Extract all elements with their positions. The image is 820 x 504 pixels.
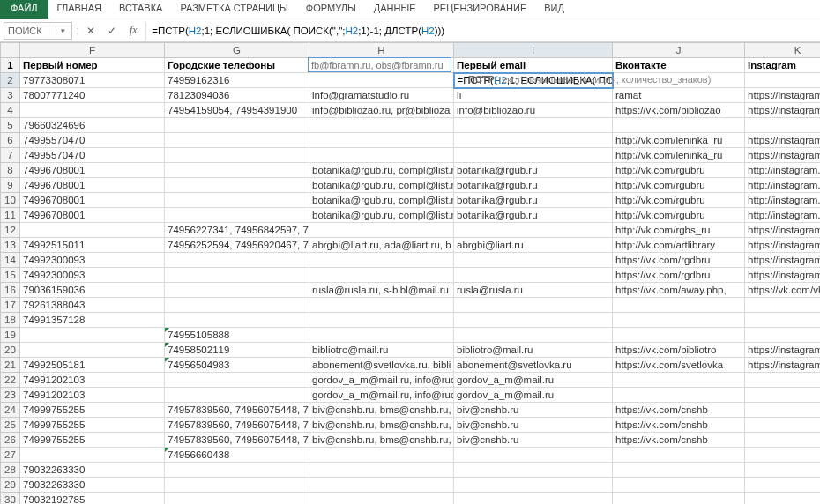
cell-I18[interactable] (454, 313, 613, 328)
cell-J9[interactable]: http://vk.com/rgubru (613, 178, 745, 193)
cell-G24[interactable]: 74957839560, 74956075448, 7495 (165, 403, 309, 418)
cell-H27[interactable] (309, 448, 454, 463)
fx-icon[interactable]: fx (124, 24, 142, 37)
cell-G6[interactable] (165, 133, 309, 148)
cell-H22[interactable]: gordov_a_m@mail.ru, info@ruc (309, 373, 454, 388)
cell-H23[interactable]: gordov_a_m@mail.ru, info@ruc (309, 388, 454, 403)
row-header-20[interactable]: 20 (1, 343, 20, 358)
cell-K14[interactable]: https://instagram.com/ (745, 253, 821, 268)
row-header-14[interactable]: 14 (1, 253, 20, 268)
cell-J15[interactable]: https://vk.com/rgdbru (613, 268, 745, 283)
cell-K27[interactable] (745, 448, 821, 463)
row-header-1[interactable]: 1 (1, 58, 20, 73)
cell-F23[interactable]: 74991202103 (20, 388, 165, 403)
row-header-24[interactable]: 24 (1, 403, 20, 418)
cell-K9[interactable]: http://instagram.com/r (745, 178, 821, 193)
row-header-6[interactable]: 6 (1, 133, 20, 148)
cell-H5[interactable] (309, 118, 454, 133)
cell-K7[interactable]: https://instagram.com/ (745, 148, 821, 163)
tab-data[interactable]: ДАННЫЕ (365, 0, 425, 19)
cell-F18[interactable]: 74991357128 (20, 313, 165, 328)
cell-K22[interactable] (745, 373, 821, 388)
cell-I16[interactable]: rusla@rusla.ru (454, 283, 613, 298)
cell-J17[interactable] (613, 298, 745, 313)
cell-K30[interactable] (745, 493, 821, 505)
col-header-G[interactable]: G (165, 43, 309, 58)
row-header-17[interactable]: 17 (1, 298, 20, 313)
cell-G30[interactable] (165, 493, 309, 505)
name-box-dropdown-icon[interactable]: ▾ (56, 26, 70, 35)
cell-G23[interactable] (165, 388, 309, 403)
cell-G27[interactable]: 74956660438 (165, 448, 309, 463)
cell-J29[interactable] (613, 478, 745, 493)
cell-J22[interactable] (613, 373, 745, 388)
cell-J1[interactable]: Вконтакте (613, 58, 745, 73)
row-header-27[interactable]: 27 (1, 448, 20, 463)
row-header-16[interactable]: 16 (1, 283, 20, 298)
cell-F5[interactable]: 79660324696 (20, 118, 165, 133)
row-header-9[interactable]: 9 (1, 178, 20, 193)
cell-I12[interactable] (454, 223, 613, 238)
col-header-K[interactable]: K (745, 43, 821, 58)
cell-K24[interactable] (745, 403, 821, 418)
cell-F20[interactable] (20, 343, 165, 358)
cell-F12[interactable] (20, 223, 165, 238)
cell-K16[interactable]: https://vk.com/vk1rusla (745, 283, 821, 298)
cell-F27[interactable] (20, 448, 165, 463)
cell-G28[interactable] (165, 463, 309, 478)
cell-G7[interactable] (165, 148, 309, 163)
cell-I27[interactable] (454, 448, 613, 463)
name-box[interactable]: ▾ (4, 22, 72, 40)
confirm-formula-icon[interactable]: ✓ (103, 25, 121, 37)
row-header-13[interactable]: 13 (1, 238, 20, 253)
cell-F26[interactable]: 74999755255 (20, 433, 165, 448)
cell-F25[interactable]: 74999755255 (20, 418, 165, 433)
cell-G16[interactable] (165, 283, 309, 298)
cell-I19[interactable] (454, 328, 613, 343)
cell-K23[interactable] (745, 388, 821, 403)
cell-H29[interactable] (309, 478, 454, 493)
cell-G8[interactable] (165, 163, 309, 178)
cell-H20[interactable]: bibliotro@mail.ru (309, 343, 454, 358)
row-header-4[interactable]: 4 (1, 103, 20, 118)
tab-page-layout[interactable]: РАЗМЕТКА СТРАНИЦЫ (171, 0, 296, 19)
cell-J8[interactable]: http://vk.com/rgubru (613, 163, 745, 178)
cell-F15[interactable]: 74992300093 (20, 268, 165, 283)
cell-K18[interactable] (745, 313, 821, 328)
cell-F7[interactable]: 74995570470 (20, 148, 165, 163)
cell-H28[interactable] (309, 463, 454, 478)
cell-K26[interactable] (745, 433, 821, 448)
cell-K1[interactable]: Instagram (745, 58, 821, 73)
cell-G4[interactable]: 74954159054, 74954391900 (165, 103, 309, 118)
cell-H17[interactable] (309, 298, 454, 313)
formula-bar[interactable]: =ПСТР(H2;1; ЕСЛИОШИБКА( ПОИСК(",";H2;1)-… (145, 22, 816, 40)
cell-I24[interactable]: biv@cnshb.ru (454, 403, 613, 418)
row-header-29[interactable]: 29 (1, 478, 20, 493)
cell-H15[interactable] (309, 268, 454, 283)
cell-J13[interactable]: http://vk.com/artlibrary (613, 238, 745, 253)
cell-K28[interactable] (745, 463, 821, 478)
cell-K19[interactable] (745, 328, 821, 343)
tab-insert[interactable]: ВСТАВКА (110, 0, 171, 19)
cell-J19[interactable] (613, 328, 745, 343)
cell-H2[interactable] (309, 73, 454, 88)
row-header-11[interactable]: 11 (1, 208, 20, 223)
cell-K10[interactable]: http://instagram.com/r (745, 193, 821, 208)
cell-G12[interactable]: 74956227341, 74956842597, 74956842598 (165, 223, 309, 238)
cell-K2[interactable] (745, 73, 821, 88)
cell-J3[interactable]: ramat (613, 88, 745, 103)
cell-F4[interactable] (20, 103, 165, 118)
cell-I7[interactable] (454, 148, 613, 163)
row-header-28[interactable]: 28 (1, 463, 20, 478)
cell-I10[interactable]: botanika@rgub.ru (454, 193, 613, 208)
cell-J18[interactable] (613, 313, 745, 328)
cell-K13[interactable]: https://instagram.com/ (745, 238, 821, 253)
col-header-H[interactable]: H (309, 43, 454, 58)
cell-K3[interactable]: https://instagram.com/ (745, 88, 821, 103)
row-header-30[interactable]: 30 (1, 493, 20, 505)
cell-J26[interactable]: https://vk.com/cnshb (613, 433, 745, 448)
cell-F11[interactable]: 74996708001 (20, 208, 165, 223)
cell-H8[interactable]: botanika@rgub.ru, compl@list.r (309, 163, 454, 178)
spreadsheet-grid[interactable]: FGHIJK1Первый номерГородские телефоныEma… (0, 42, 820, 504)
row-header-22[interactable]: 22 (1, 373, 20, 388)
